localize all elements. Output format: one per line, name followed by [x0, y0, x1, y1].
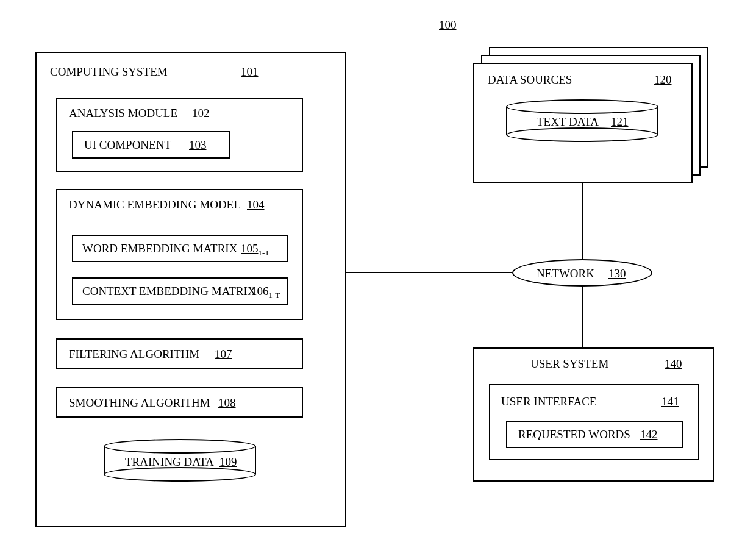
- analysis-module-ref: 102: [192, 107, 210, 120]
- requested-words-title: REQUESTED WORDS: [518, 428, 630, 441]
- text-data-title: TEXT DATA: [537, 115, 599, 129]
- connector-datasources-to-network: [582, 183, 583, 260]
- context-embedding-matrix-ref: 1061-T: [251, 285, 280, 301]
- computing-system-ref: 101: [241, 65, 259, 79]
- user-interface-title: USER INTERFACE: [501, 395, 596, 408]
- connector-computing-to-network: [346, 272, 512, 273]
- word-embedding-matrix-title: WORD EMBEDDING MATRIX: [82, 242, 237, 255]
- word-embedding-matrix-ref: 1051-T: [241, 242, 269, 258]
- training-data-ref: 109: [219, 455, 237, 469]
- data-sources-title: DATA SOURCES: [488, 73, 572, 87]
- diagram-canvas: 100 COMPUTING SYSTEM 101 ANALYSIS MODULE…: [0, 0, 756, 545]
- dynamic-embedding-model-title: DYNAMIC EMBEDDING MODEL: [69, 198, 241, 212]
- training-data-title: TRAINING DATA: [125, 455, 214, 469]
- data-sources-ref: 120: [654, 73, 672, 87]
- context-embedding-matrix-title: CONTEXT EMBEDDING MATRIX: [82, 285, 256, 298]
- smoothing-algorithm-ref: 108: [218, 396, 236, 410]
- connector-network-to-usersystem: [582, 287, 583, 347]
- analysis-module-title: ANALYSIS MODULE: [69, 107, 177, 120]
- dynamic-embedding-model-ref: 104: [247, 198, 265, 212]
- computing-system-title: COMPUTING SYSTEM: [50, 65, 168, 79]
- text-data-ref: 121: [611, 115, 629, 129]
- network-title: NETWORK: [537, 267, 594, 280]
- smoothing-algorithm-title: SMOOTHING ALGORITHM: [69, 396, 210, 410]
- ui-component-title: UI COMPONENT: [84, 138, 171, 152]
- figure-ref: 100: [439, 18, 457, 32]
- user-system-ref: 140: [665, 357, 682, 371]
- filtering-algorithm-title: FILTERING ALGORITHM: [69, 347, 199, 361]
- user-interface-ref: 141: [661, 395, 679, 408]
- network-ref: 130: [608, 267, 626, 280]
- filtering-algorithm-ref: 107: [215, 347, 232, 361]
- requested-words-ref: 142: [640, 428, 658, 441]
- user-system-title: USER SYSTEM: [530, 357, 608, 371]
- ui-component-ref: 103: [189, 138, 207, 152]
